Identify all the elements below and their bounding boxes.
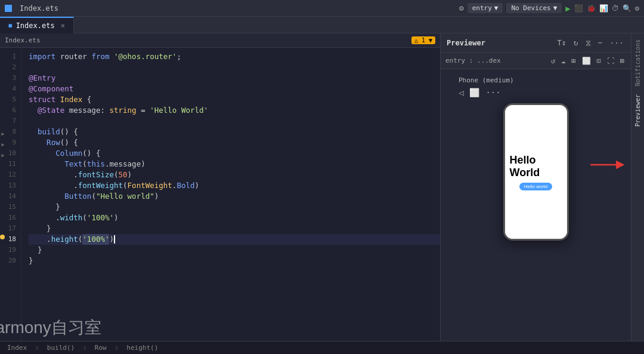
- line-num-11: 11: [0, 159, 21, 170]
- previewer-title: Previewer: [447, 39, 485, 47]
- code-line-15: }: [29, 202, 440, 213]
- code-container: 1 2 3 4 5 6 7 ▶ 8 ▶ 9 ▶ 10 11: [0, 48, 440, 341]
- fold-icon-8[interactable]: ▶: [0, 128, 7, 137]
- pv-minus-icon[interactable]: −: [597, 37, 604, 48]
- code-line-2: [29, 62, 440, 73]
- device-controls: ◁ ⬜ ···: [459, 88, 501, 97]
- code-line-19: }: [29, 245, 440, 256]
- device-label: Phone (medium): [459, 76, 514, 84]
- zoom-sub-icon[interactable]: ⊡: [595, 56, 603, 66]
- tab-index-ets[interactable]: ◼ Index.ets ×: [0, 17, 74, 33]
- previewer-sub-header: entry : ...dex ↺ ☁ ⊞ ⬜ ⊡ ⛶ ⊠: [441, 53, 631, 69]
- line-num-18: 18: [0, 234, 21, 245]
- mirror-sub-icon[interactable]: ⊠: [618, 56, 626, 66]
- back-btn[interactable]: ◁: [459, 88, 463, 97]
- line-num-17: 17: [0, 223, 21, 234]
- previewer-toolbar-icons: T↕ ↻ ⧖ − ···: [556, 37, 625, 49]
- status-build[interactable]: build(): [47, 344, 75, 352]
- hello-world-btn-display[interactable]: Hello world: [519, 183, 553, 190]
- previewer-content: Phone (medium) ◁ ⬜ ··· Hello World Hello…: [441, 69, 631, 341]
- code-line-8: build () {: [29, 127, 440, 137]
- coverage-icon[interactable]: 📊: [599, 4, 608, 13]
- pv-text-icon[interactable]: T↕: [556, 37, 568, 48]
- tab-close-icon[interactable]: ×: [61, 21, 65, 30]
- build-icon[interactable]: ⬛: [574, 4, 583, 13]
- previewer-breadcrumb: entry : ...dex: [445, 57, 501, 64]
- tab-file-icon: ◼: [8, 21, 13, 29]
- line-num-1: 1: [0, 51, 21, 62]
- fold-icon-9[interactable]: ▶: [0, 139, 7, 147]
- line-num-20: 20: [0, 256, 21, 266]
- line-num-19: 19: [0, 245, 21, 256]
- status-height[interactable]: height(): [126, 344, 158, 352]
- main-area: Index.ets △ 1 ▼ 1 2 3 4 5 6 7 ▶ 8 ▶ 9: [0, 33, 644, 341]
- toolbar-right: ⚙ entry ▼ No Devices ▼ ▶ ⬛ 🐞 📊 ⏱ 🔍 ⚙: [459, 3, 639, 13]
- line-num-10: ▶ 10: [0, 148, 21, 159]
- fold-icon-10[interactable]: ▶: [0, 150, 7, 158]
- line-num-6: 6: [0, 105, 21, 116]
- no-devices-dropdown[interactable]: No Devices ▼: [506, 3, 562, 13]
- right-panel: Previewer T↕ ↻ ⧖ − ··· entry : ...dex ↺ …: [440, 33, 631, 341]
- entry-arrow-icon: ▼: [494, 4, 499, 12]
- pv-inspect-icon[interactable]: ⧖: [584, 37, 592, 49]
- cloud-sub-icon[interactable]: ☁: [559, 56, 567, 66]
- run-button[interactable]: ▶: [565, 4, 570, 13]
- settings-icon-toolbar[interactable]: ⚙: [635, 4, 639, 13]
- code-line-11: Text ( this .message): [29, 159, 440, 170]
- code-line-14: Button ( "Hello world" ): [29, 191, 440, 202]
- code-line-18: . height ( '100%' ): [29, 234, 440, 245]
- file-title: Index.ets: [17, 3, 61, 14]
- line-num-9: ▶ 9: [0, 137, 21, 148]
- code-line-1: import router from '@ohos.router' ;: [29, 51, 440, 62]
- line-num-16: 16: [0, 213, 21, 223]
- code-line-17: }: [29, 223, 440, 234]
- previewer-side-tab[interactable]: Previewer: [633, 91, 642, 130]
- code-line-3: @Entry: [29, 73, 440, 84]
- debug-icon[interactable]: 🐞: [587, 4, 596, 13]
- status-row[interactable]: Row: [95, 344, 107, 352]
- status-index[interactable]: Index: [7, 344, 27, 352]
- phone-screen: Hello World Hello world: [505, 105, 567, 239]
- search-icon-toolbar[interactable]: 🔍: [623, 4, 631, 13]
- warning-badge[interactable]: △ 1 ▼: [411, 36, 435, 44]
- entry-dropdown[interactable]: entry ▼: [467, 3, 503, 13]
- code-content[interactable]: import router from '@ohos.router' ; @Ent…: [21, 48, 440, 341]
- line-num-8: ▶ 8: [0, 127, 21, 137]
- phone-frame: Hello World Hello world: [503, 103, 569, 241]
- line-num-5: 5: [0, 94, 21, 105]
- editor-area: Index.ets △ 1 ▼ 1 2 3 4 5 6 7 ▶ 8 ▶ 9: [0, 33, 440, 341]
- notifications-tab[interactable]: Notifications: [633, 36, 642, 90]
- pv-more-icon[interactable]: ···: [609, 37, 625, 48]
- layout-sub-icon[interactable]: ⊞: [569, 56, 577, 66]
- line-numbers: 1 2 3 4 5 6 7 ▶ 8 ▶ 9 ▶ 10 11: [0, 48, 21, 341]
- code-line-6: @State message: string = 'Hello World': [29, 105, 440, 116]
- top-toolbar: Index.ets ⚙ entry ▼ No Devices ▼ ▶ ⬛ 🐞 📊…: [0, 0, 644, 17]
- line-num-15: 15: [0, 202, 21, 213]
- code-line-13: . fontWeight ( FontWeight . Bold ): [29, 180, 440, 191]
- code-line-5: struct Index {: [29, 94, 440, 105]
- text-cursor: [114, 235, 115, 244]
- pv-refresh-icon[interactable]: ↻: [572, 37, 580, 48]
- line-num-2: 2: [0, 62, 21, 73]
- home-btn[interactable]: ⬜: [469, 88, 479, 97]
- more-btn[interactable]: ···: [485, 88, 500, 97]
- right-side-tabs: Notifications Previewer: [631, 33, 644, 341]
- editor-breadcrumb: Index.ets: [5, 36, 41, 44]
- line-num-7: 7: [0, 116, 21, 127]
- refresh-sub-icon[interactable]: ↺: [549, 56, 557, 66]
- gear-icon-toolbar[interactable]: ⚙: [459, 4, 464, 13]
- code-line-10: Column () {: [29, 148, 440, 159]
- tab-label: Index.ets: [16, 21, 55, 30]
- code-line-4: @Component: [29, 84, 440, 94]
- viewport-sub-icon[interactable]: ⬜: [580, 56, 593, 66]
- code-line-9: Row () {: [29, 137, 440, 148]
- line-num-3: 3: [0, 73, 21, 84]
- code-line-16: . width ( '100%' ): [29, 213, 440, 223]
- code-line-20: }: [29, 256, 440, 266]
- status-bar: Index › build() › Row › height(): [0, 341, 644, 354]
- fullscreen-sub-icon[interactable]: ⛶: [605, 56, 616, 66]
- code-line-7: [29, 116, 440, 127]
- file-icon: [5, 5, 12, 12]
- profile-icon[interactable]: ⏱: [612, 4, 619, 13]
- warning-indicator-18: [0, 235, 5, 239]
